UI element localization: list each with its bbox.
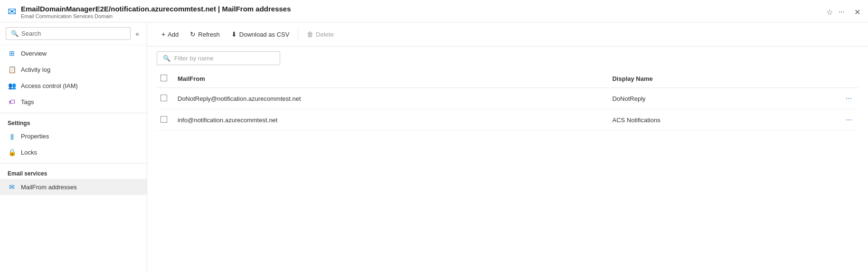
table-header-checkbox (157, 70, 174, 88)
sidebar-item-label: Access control (IAM) (21, 82, 78, 89)
refresh-label: Refresh (198, 31, 220, 38)
overview-icon: ⊞ (8, 49, 16, 57)
sidebar-item-overview[interactable]: ⊞ Overview (0, 45, 147, 61)
locks-icon: 🔒 (8, 148, 16, 156)
filter-row: 🔍 Filter by name (147, 47, 868, 70)
close-button[interactable]: ✕ (854, 8, 860, 17)
delete-icon: 🗑 (307, 30, 313, 38)
mailfrom-table: MailFrom Display Name DoNotReply@notific… (157, 70, 859, 131)
row-more-cell: ··· (793, 109, 859, 131)
download-icon: ⬇ (231, 30, 237, 38)
search-placeholder: Search (21, 30, 41, 37)
search-icon: 🔍 (11, 30, 19, 37)
refresh-button[interactable]: ↻ Refresh (185, 28, 225, 40)
row-checkbox-cell (157, 109, 174, 131)
row-display-name: ACS Notifications (608, 109, 793, 131)
sidebar-item-label: Activity log (21, 66, 50, 73)
download-label: Download as CSV (239, 31, 290, 38)
row-mailfrom: info@notification.azurecommtest.net (174, 109, 608, 131)
toolbar: + Add ↻ Refresh ⬇ Download as CSV 🗑 Dele… (147, 22, 868, 47)
sidebar-item-tags[interactable]: 🏷 Tags (0, 94, 147, 110)
sidebar: 🔍 Search « ⊞ Overview 📋 Activity log 👥 A… (0, 22, 147, 273)
row-mailfrom: DoNotReply@notification.azurecommtest.ne… (174, 88, 608, 109)
row-display-name: DoNotReply (608, 88, 793, 109)
sidebar-item-locks[interactable]: 🔒 Locks (0, 144, 147, 160)
search-input[interactable]: 🔍 Search (6, 27, 131, 40)
sidebar-search-row: 🔍 Search « (0, 22, 147, 45)
download-csv-button[interactable]: ⬇ Download as CSV (226, 28, 294, 40)
collapse-button[interactable]: « (133, 28, 141, 39)
resource-subtitle: Email Communication Services Domain (21, 13, 291, 19)
access-control-icon: 👥 (8, 82, 16, 89)
filter-input[interactable]: 🔍 Filter by name (157, 51, 280, 65)
resource-title: EmailDomainManagerE2E/notification.azure… (21, 5, 291, 13)
properties-icon: ||| (8, 133, 16, 140)
sidebar-item-activity-log[interactable]: 📋 Activity log (0, 61, 147, 78)
column-header-displayname: Display Name (608, 70, 793, 88)
sidebar-item-label: MailFrom addresses (21, 184, 77, 191)
main-content: + Add ↻ Refresh ⬇ Download as CSV 🗑 Dele… (147, 22, 868, 273)
tags-icon: 🏷 (8, 98, 16, 106)
mailfrom-icon: ✉ (8, 183, 16, 191)
favorite-icon[interactable]: ☆ (826, 8, 833, 17)
delete-label: Delete (316, 31, 334, 38)
sidebar-item-label: Overview (21, 50, 47, 57)
column-header-actions (793, 70, 859, 88)
sidebar-item-access-control[interactable]: 👥 Access control (IAM) (0, 78, 147, 94)
sidebar-item-label: Tags (21, 98, 34, 106)
row-more-button[interactable]: ··· (843, 93, 855, 104)
row-checkbox[interactable] (160, 95, 167, 101)
select-all-checkbox[interactable] (160, 75, 167, 81)
more-icon[interactable]: ··· (839, 8, 845, 16)
table-row: DoNotReply@notification.azurecommtest.ne… (157, 88, 859, 109)
sidebar-item-properties[interactable]: ||| Properties (0, 128, 147, 144)
row-more-button[interactable]: ··· (843, 115, 855, 125)
sidebar-item-label: Locks (21, 149, 37, 156)
page-name: MailFrom addresses (222, 5, 291, 13)
resource-name: EmailDomainManagerE2E/notification.azure… (21, 5, 216, 13)
title-bar: ✉ EmailDomainManagerE2E/notification.azu… (0, 0, 868, 22)
settings-section-label: Settings (0, 113, 147, 128)
add-button[interactable]: + Add (157, 28, 183, 40)
row-more-cell: ··· (793, 88, 859, 109)
refresh-icon: ↻ (190, 30, 196, 38)
toolbar-divider (298, 29, 298, 40)
table-container: MailFrom Display Name DoNotReply@notific… (147, 70, 868, 273)
delete-button[interactable]: 🗑 Delete (302, 28, 339, 40)
filter-search-icon: 🔍 (163, 55, 170, 62)
resource-icon: ✉ (8, 6, 16, 18)
add-icon: + (161, 30, 165, 38)
activity-log-icon: 📋 (8, 66, 16, 73)
row-checkbox[interactable] (160, 116, 167, 123)
sidebar-item-label: Properties (21, 133, 49, 140)
table-row: info@notification.azurecommtest.net ACS … (157, 109, 859, 131)
main-layout: 🔍 Search « ⊞ Overview 📋 Activity log 👥 A… (0, 22, 868, 273)
column-header-mailfrom: MailFrom (174, 70, 608, 88)
sidebar-item-mailfrom[interactable]: ✉ MailFrom addresses (0, 179, 147, 195)
row-checkbox-cell (157, 88, 174, 109)
add-label: Add (168, 31, 179, 38)
filter-placeholder: Filter by name (174, 55, 213, 62)
email-services-section-label: Email services (0, 163, 147, 179)
